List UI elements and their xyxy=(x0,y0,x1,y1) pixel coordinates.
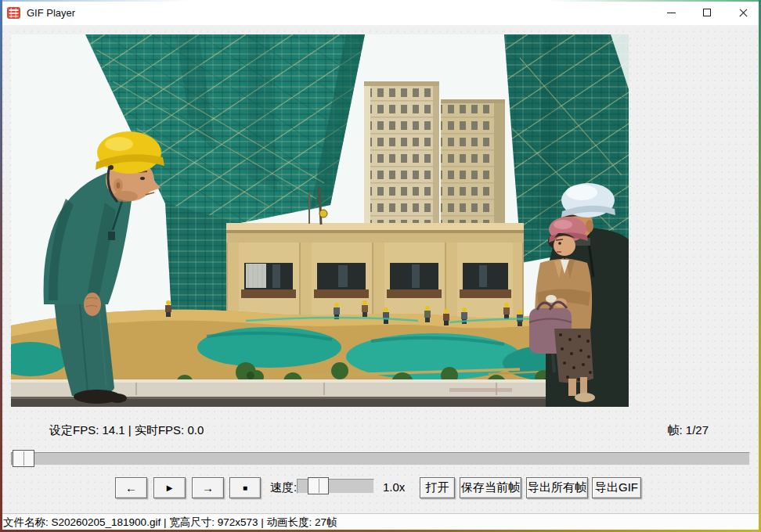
gif-app-icon xyxy=(7,6,20,20)
speed-slider-thumb[interactable] xyxy=(308,477,329,494)
minimize-button[interactable] xyxy=(653,0,689,25)
open-file-button[interactable]: 打开 xyxy=(420,477,455,498)
export-all-frames-button[interactable]: 导出所有帧 xyxy=(526,477,588,498)
speed-value-text: 1.0x xyxy=(383,480,405,494)
timeline-slider-track[interactable] xyxy=(11,452,750,466)
fps-status-text: 设定FPS: 14.1 | 实时FPS: 0.0 xyxy=(49,423,204,438)
next-frame-button[interactable]: → xyxy=(192,477,224,498)
gif-player-window: GIF Player xyxy=(0,0,761,532)
window-title: GIF Player xyxy=(27,7,75,19)
previous-frame-button[interactable]: ← xyxy=(115,477,147,498)
timeline-slider-thumb[interactable] xyxy=(13,450,34,467)
window-edge-left xyxy=(0,0,2,532)
finished-highrises xyxy=(364,81,505,232)
gif-frame-viewer xyxy=(11,34,629,407)
title-bar[interactable]: GIF Player xyxy=(0,0,761,25)
stop-button[interactable]: ■ xyxy=(229,477,261,498)
construction-photo xyxy=(11,34,629,407)
maximize-button[interactable] xyxy=(689,0,725,25)
thumb-divider xyxy=(23,451,24,466)
minimize-icon xyxy=(667,13,676,13)
save-current-frame-button[interactable]: 保存当前帧 xyxy=(460,477,521,498)
window-controls xyxy=(653,0,761,25)
play-button[interactable]: ▶ xyxy=(153,477,186,498)
file-info-text: 文件名称: S20260205_181900.gif | 宽高尺寸: 972x5… xyxy=(0,514,761,531)
status-bar: 文件名称: S20260205_181900.gif | 宽高尺寸: 972x5… xyxy=(0,513,761,532)
close-icon xyxy=(738,8,748,18)
frame-counter-text: 帧: 1/27 xyxy=(667,423,709,438)
export-gif-button[interactable]: 导出GIF xyxy=(592,477,641,498)
thumb-divider xyxy=(319,479,319,493)
speed-label: 速度: xyxy=(270,480,297,495)
maximize-icon xyxy=(703,9,711,16)
close-button[interactable] xyxy=(725,0,761,25)
